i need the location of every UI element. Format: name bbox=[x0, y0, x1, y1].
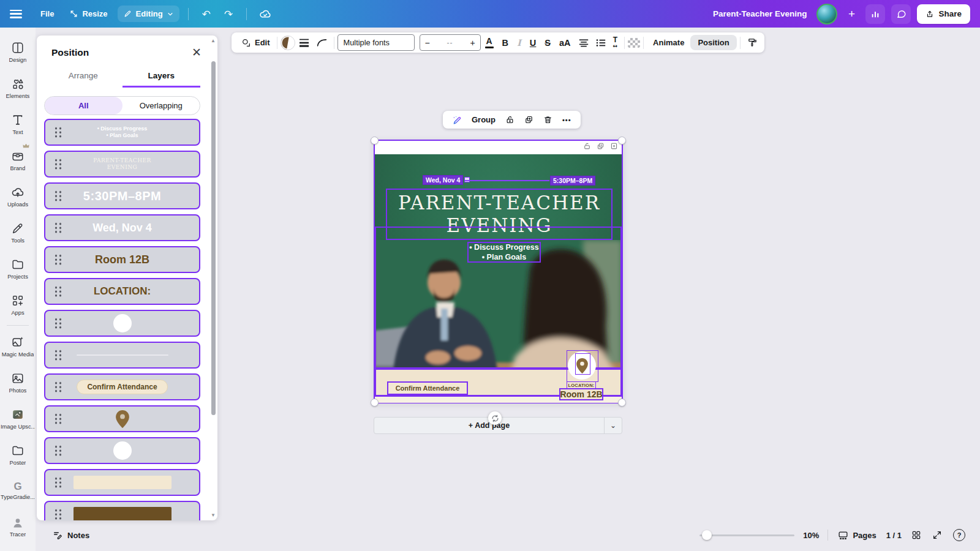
transparency-button[interactable] bbox=[628, 38, 640, 48]
divider-line-element[interactable] bbox=[465, 180, 549, 181]
magic-edit-button[interactable] bbox=[448, 113, 466, 127]
editing-mode-dropdown[interactable]: Editing bbox=[118, 6, 179, 22]
resize-button[interactable]: Resize bbox=[64, 6, 113, 22]
copy-style-button[interactable] bbox=[744, 36, 761, 50]
stroke-weight-button[interactable] bbox=[295, 36, 313, 49]
lock-button[interactable] bbox=[502, 113, 518, 126]
layer-room-text[interactable]: Room 12B bbox=[44, 246, 200, 273]
color-swatch-button[interactable] bbox=[281, 36, 295, 50]
drag-handle-icon[interactable] bbox=[54, 413, 62, 425]
close-icon[interactable]: ✕ bbox=[188, 45, 205, 59]
resize-handle-top-left[interactable] bbox=[371, 137, 379, 144]
add-page-dropdown[interactable]: ⌄ bbox=[604, 418, 622, 433]
tab-arrange[interactable]: Arrange bbox=[44, 66, 123, 88]
help-button[interactable]: ? bbox=[952, 527, 967, 544]
drag-handle-icon[interactable] bbox=[54, 286, 62, 298]
group-button[interactable]: Group bbox=[468, 113, 499, 126]
sidebar-item-text[interactable]: Text bbox=[1, 106, 34, 142]
underline-button[interactable]: U bbox=[526, 37, 540, 49]
sidebar-item-tracer[interactable]: Tracer bbox=[1, 509, 34, 545]
layer-pin[interactable] bbox=[44, 405, 200, 432]
layer-cream-rectangle[interactable] bbox=[44, 469, 200, 496]
date-text[interactable]: Wed, Nov 4 bbox=[423, 175, 463, 185]
strikethrough-button[interactable]: S bbox=[540, 37, 555, 49]
scroll-down-icon[interactable]: ▼ bbox=[211, 512, 216, 518]
zoom-level[interactable]: 10% bbox=[803, 531, 819, 540]
drag-handle-icon[interactable] bbox=[54, 350, 62, 361]
layer-bullets-text[interactable]: • Discuss Progress• Plan Goals bbox=[44, 119, 200, 146]
more-options-button[interactable]: ••• bbox=[559, 114, 575, 126]
drag-handle-icon[interactable] bbox=[54, 509, 62, 520]
font-size-control[interactable]: − -- + bbox=[420, 34, 481, 51]
sidebar-item-projects[interactable]: Projects bbox=[1, 250, 34, 287]
sidebar-item-typegradient[interactable]: G TypeGradie... bbox=[1, 473, 34, 509]
drag-handle-icon[interactable] bbox=[54, 222, 62, 234]
add-page-icon[interactable] bbox=[610, 142, 618, 150]
resize-handle-bottom-left[interactable] bbox=[371, 399, 379, 407]
share-button[interactable]: Share bbox=[917, 4, 970, 24]
text-spacing-button[interactable]: T ↔ bbox=[609, 35, 622, 50]
layer-time-text[interactable]: 5:30PM–8PM bbox=[44, 182, 200, 209]
sidebar-item-apps[interactable]: Apps bbox=[1, 287, 34, 323]
duplicate-button[interactable] bbox=[521, 113, 537, 126]
resize-handle-bottom-right[interactable] bbox=[618, 399, 626, 407]
filter-all[interactable]: All bbox=[45, 97, 123, 114]
scroll-up-icon[interactable]: ▲ bbox=[211, 38, 216, 43]
resize-handle-top-right[interactable] bbox=[618, 137, 626, 144]
lock-page-icon[interactable] bbox=[583, 142, 591, 150]
edit-image-button[interactable]: Edit bbox=[238, 36, 274, 50]
room-element[interactable]: Room 12B bbox=[559, 388, 603, 400]
sidebar-item-magic-media[interactable]: Magic Media bbox=[1, 328, 34, 364]
duplicate-page-icon[interactable] bbox=[597, 142, 605, 150]
event-title-element[interactable]: PARENT-TEACHER EVENING bbox=[386, 189, 612, 240]
layer-white-circle[interactable] bbox=[44, 310, 200, 337]
layer-line[interactable] bbox=[44, 342, 200, 369]
time-text[interactable]: 5:30PM–8PM bbox=[550, 176, 595, 186]
text-case-button[interactable]: aA bbox=[555, 37, 575, 49]
zoom-slider-track[interactable] bbox=[699, 534, 794, 536]
confirm-attendance-button[interactable]: Confirm Attendance bbox=[387, 381, 468, 395]
layer-title-text[interactable]: PARENT-TEACHEREVENING bbox=[44, 151, 200, 178]
layer-white-circle[interactable] bbox=[44, 437, 200, 464]
zoom-slider[interactable] bbox=[699, 530, 794, 540]
chalkboard-background[interactable]: Wed, Nov 4 5:30PM–8PM PARENT-TEACHER EVE… bbox=[375, 154, 622, 369]
sidebar-item-brand[interactable]: Brand bbox=[1, 142, 34, 178]
drag-handle-icon[interactable] bbox=[54, 190, 62, 202]
document-title[interactable]: Parent-Teacher Evening bbox=[713, 9, 807, 18]
delete-button[interactable] bbox=[540, 113, 556, 126]
drag-handle-icon[interactable] bbox=[54, 318, 62, 329]
animate-button[interactable]: Animate bbox=[647, 35, 690, 50]
line-curve-button[interactable] bbox=[313, 36, 331, 49]
bullets-element[interactable]: • Discuss Progress • Plan Goals bbox=[467, 242, 541, 263]
insights-chart-button[interactable] bbox=[865, 4, 885, 24]
grid-view-button[interactable] bbox=[910, 528, 922, 542]
list-button[interactable] bbox=[592, 37, 609, 49]
font-family-select[interactable]: Multiple fonts bbox=[337, 34, 415, 51]
layer-date-text[interactable]: Wed, Nov 4 bbox=[44, 214, 200, 241]
sidebar-item-photos[interactable]: Photos bbox=[1, 364, 34, 400]
drag-handle-icon[interactable] bbox=[54, 445, 62, 457]
layer-brown-rectangle[interactable] bbox=[44, 501, 200, 520]
decrease-font-size-button[interactable]: − bbox=[425, 38, 430, 48]
drag-handle-icon[interactable] bbox=[54, 254, 62, 266]
undo-button[interactable]: ↶ bbox=[197, 6, 216, 23]
drag-handle-icon[interactable] bbox=[54, 477, 62, 489]
layer-location-text[interactable]: LOCATION: bbox=[44, 278, 200, 305]
sidebar-item-image-upscaler[interactable]: Image Upsc... bbox=[1, 400, 34, 437]
layer-confirm-button[interactable]: Confirm Attendance bbox=[44, 373, 200, 400]
sidebar-item-elements[interactable]: Elements bbox=[1, 70, 34, 106]
design-page[interactable]: Wed, Nov 4 5:30PM–8PM PARENT-TEACHER EVE… bbox=[374, 140, 623, 403]
comments-button[interactable] bbox=[891, 4, 911, 24]
redo-button[interactable]: ↷ bbox=[219, 6, 238, 23]
drag-handle-icon[interactable] bbox=[54, 127, 62, 138]
sidebar-item-uploads[interactable]: Uploads bbox=[1, 178, 34, 214]
alignment-button[interactable] bbox=[575, 37, 592, 49]
sidebar-item-design[interactable]: Design bbox=[1, 34, 34, 70]
zoom-slider-thumb[interactable] bbox=[702, 530, 712, 540]
text-color-button[interactable]: A bbox=[481, 36, 498, 49]
font-size-value[interactable]: -- bbox=[447, 39, 453, 47]
bold-button[interactable]: B bbox=[498, 37, 513, 49]
pin-badge[interactable] bbox=[568, 351, 596, 380]
filter-overlapping[interactable]: Overlapping bbox=[123, 97, 200, 114]
add-member-button[interactable]: + bbox=[843, 4, 859, 24]
